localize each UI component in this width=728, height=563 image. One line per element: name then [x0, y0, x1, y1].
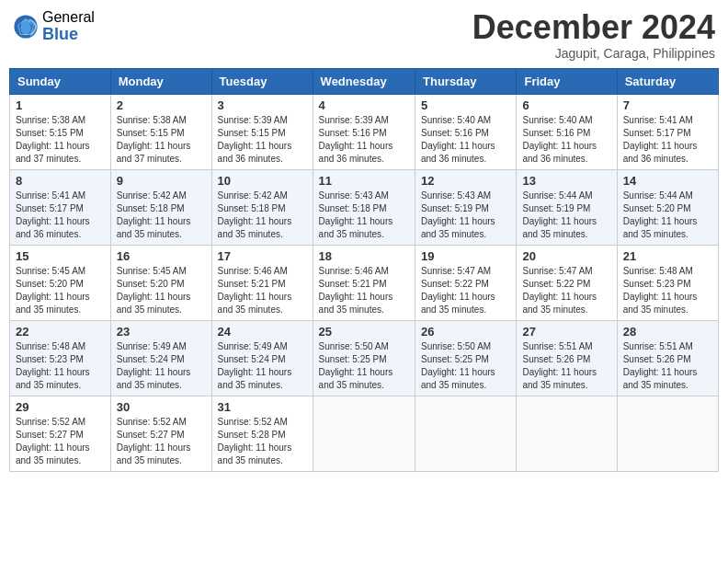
- col-monday: Monday: [110, 68, 211, 94]
- table-row: 12Sunrise: 5:43 AMSunset: 5:19 PMDayligh…: [415, 169, 517, 245]
- table-row: [617, 396, 718, 471]
- day-number: 17: [218, 249, 307, 263]
- day-info: Sunrise: 5:43 AMSunset: 5:18 PMDaylight:…: [319, 190, 409, 241]
- day-number: 28: [623, 325, 712, 339]
- table-row: 9Sunrise: 5:42 AMSunset: 5:18 PMDaylight…: [110, 169, 211, 245]
- logo-blue: Blue: [42, 26, 95, 44]
- logo-text: General Blue: [42, 9, 95, 43]
- title-section: December 2024 Jagupit, Caraga, Philippin…: [472, 9, 715, 61]
- table-row: [313, 396, 415, 471]
- day-number: 15: [16, 249, 105, 263]
- day-info: Sunrise: 5:44 AMSunset: 5:20 PMDaylight:…: [623, 190, 712, 241]
- table-row: 1Sunrise: 5:38 AMSunset: 5:15 PMDaylight…: [10, 94, 111, 169]
- day-number: 6: [522, 98, 610, 112]
- day-number: 22: [16, 325, 105, 339]
- table-row: [517, 396, 617, 471]
- table-row: 28Sunrise: 5:51 AMSunset: 5:26 PMDayligh…: [617, 320, 718, 396]
- day-info: Sunrise: 5:47 AMSunset: 5:22 PMDaylight:…: [522, 265, 610, 316]
- table-row: 13Sunrise: 5:44 AMSunset: 5:19 PMDayligh…: [517, 169, 617, 245]
- day-info: Sunrise: 5:38 AMSunset: 5:15 PMDaylight:…: [16, 114, 105, 166]
- calendar-table: Sunday Monday Tuesday Wednesday Thursday…: [9, 68, 719, 472]
- table-row: 21Sunrise: 5:48 AMSunset: 5:23 PMDayligh…: [617, 245, 718, 320]
- day-number: 27: [522, 325, 610, 339]
- day-number: 21: [623, 249, 712, 263]
- day-number: 30: [117, 400, 206, 414]
- table-row: 23Sunrise: 5:49 AMSunset: 5:24 PMDayligh…: [110, 320, 211, 396]
- col-wednesday: Wednesday: [313, 68, 415, 94]
- month-title: December 2024: [472, 9, 715, 46]
- col-thursday: Thursday: [415, 68, 517, 94]
- day-number: 31: [218, 400, 307, 414]
- logo-general: General: [42, 9, 95, 26]
- day-number: 3: [218, 98, 307, 112]
- day-info: Sunrise: 5:38 AMSunset: 5:15 PMDaylight:…: [117, 114, 206, 166]
- table-row: 31Sunrise: 5:52 AMSunset: 5:28 PMDayligh…: [211, 396, 313, 471]
- day-number: 2: [117, 98, 206, 112]
- day-info: Sunrise: 5:50 AMSunset: 5:25 PMDaylight:…: [319, 340, 409, 392]
- table-row: 26Sunrise: 5:50 AMSunset: 5:25 PMDayligh…: [415, 320, 517, 396]
- table-row: 22Sunrise: 5:48 AMSunset: 5:23 PMDayligh…: [10, 320, 111, 396]
- table-row: 25Sunrise: 5:50 AMSunset: 5:25 PMDayligh…: [313, 320, 415, 396]
- day-number: 13: [522, 174, 610, 188]
- day-info: Sunrise: 5:43 AMSunset: 5:19 PMDaylight:…: [421, 190, 510, 241]
- day-info: Sunrise: 5:47 AMSunset: 5:22 PMDaylight:…: [421, 265, 510, 316]
- day-info: Sunrise: 5:46 AMSunset: 5:21 PMDaylight:…: [319, 265, 409, 316]
- table-row: 5Sunrise: 5:40 AMSunset: 5:16 PMDaylight…: [415, 94, 517, 169]
- logo: General Blue: [13, 9, 95, 43]
- table-row: 18Sunrise: 5:46 AMSunset: 5:21 PMDayligh…: [313, 245, 415, 320]
- day-number: 18: [319, 249, 409, 263]
- table-row: 4Sunrise: 5:39 AMSunset: 5:16 PMDaylight…: [313, 94, 415, 169]
- day-info: Sunrise: 5:42 AMSunset: 5:18 PMDaylight:…: [117, 190, 206, 241]
- day-info: Sunrise: 5:52 AMSunset: 5:28 PMDaylight:…: [218, 416, 307, 467]
- table-row: 20Sunrise: 5:47 AMSunset: 5:22 PMDayligh…: [517, 245, 617, 320]
- day-info: Sunrise: 5:51 AMSunset: 5:26 PMDaylight:…: [522, 340, 610, 392]
- table-row: 8Sunrise: 5:41 AMSunset: 5:17 PMDaylight…: [10, 169, 111, 245]
- day-number: 4: [319, 98, 409, 112]
- col-friday: Friday: [517, 68, 617, 94]
- day-number: 23: [117, 325, 206, 339]
- day-number: 25: [319, 325, 409, 339]
- day-info: Sunrise: 5:50 AMSunset: 5:25 PMDaylight:…: [421, 340, 510, 392]
- calendar-row: 1Sunrise: 5:38 AMSunset: 5:15 PMDaylight…: [10, 94, 719, 169]
- table-row: 19Sunrise: 5:47 AMSunset: 5:22 PMDayligh…: [415, 245, 517, 320]
- day-number: 16: [117, 249, 206, 263]
- calendar-row: 29Sunrise: 5:52 AMSunset: 5:27 PMDayligh…: [10, 396, 719, 471]
- day-info: Sunrise: 5:45 AMSunset: 5:20 PMDaylight:…: [117, 265, 206, 316]
- day-number: 26: [421, 325, 510, 339]
- day-number: 8: [16, 174, 105, 188]
- location-subtitle: Jagupit, Caraga, Philippines: [472, 46, 715, 61]
- day-info: Sunrise: 5:46 AMSunset: 5:21 PMDaylight:…: [218, 265, 307, 316]
- table-row: 15Sunrise: 5:45 AMSunset: 5:20 PMDayligh…: [10, 245, 111, 320]
- calendar-row: 8Sunrise: 5:41 AMSunset: 5:17 PMDaylight…: [10, 169, 719, 245]
- day-info: Sunrise: 5:40 AMSunset: 5:16 PMDaylight:…: [421, 114, 510, 166]
- day-number: 9: [117, 174, 206, 188]
- col-sunday: Sunday: [10, 68, 111, 94]
- day-number: 19: [421, 249, 510, 263]
- page-header: General Blue December 2024 Jagupit, Cara…: [9, 9, 719, 61]
- day-info: Sunrise: 5:39 AMSunset: 5:16 PMDaylight:…: [319, 114, 409, 166]
- header-row: Sunday Monday Tuesday Wednesday Thursday…: [10, 68, 719, 94]
- day-info: Sunrise: 5:52 AMSunset: 5:27 PMDaylight:…: [16, 416, 105, 467]
- day-info: Sunrise: 5:48 AMSunset: 5:23 PMDaylight:…: [16, 340, 105, 392]
- table-row: 24Sunrise: 5:49 AMSunset: 5:24 PMDayligh…: [211, 320, 313, 396]
- day-number: 11: [319, 174, 409, 188]
- table-row: 7Sunrise: 5:41 AMSunset: 5:17 PMDaylight…: [617, 94, 718, 169]
- calendar-row: 15Sunrise: 5:45 AMSunset: 5:20 PMDayligh…: [10, 245, 719, 320]
- table-row: 27Sunrise: 5:51 AMSunset: 5:26 PMDayligh…: [517, 320, 617, 396]
- logo-icon: [13, 14, 39, 40]
- day-info: Sunrise: 5:39 AMSunset: 5:15 PMDaylight:…: [218, 114, 307, 166]
- table-row: 17Sunrise: 5:46 AMSunset: 5:21 PMDayligh…: [211, 245, 313, 320]
- day-info: Sunrise: 5:41 AMSunset: 5:17 PMDaylight:…: [623, 114, 712, 166]
- day-info: Sunrise: 5:42 AMSunset: 5:18 PMDaylight:…: [218, 190, 307, 241]
- table-row: 14Sunrise: 5:44 AMSunset: 5:20 PMDayligh…: [617, 169, 718, 245]
- day-number: 1: [16, 98, 105, 112]
- day-number: 24: [218, 325, 307, 339]
- table-row: 2Sunrise: 5:38 AMSunset: 5:15 PMDaylight…: [110, 94, 211, 169]
- day-number: 5: [421, 98, 510, 112]
- table-row: 10Sunrise: 5:42 AMSunset: 5:18 PMDayligh…: [211, 169, 313, 245]
- day-number: 29: [16, 400, 105, 414]
- table-row: 30Sunrise: 5:52 AMSunset: 5:27 PMDayligh…: [110, 396, 211, 471]
- table-row: 16Sunrise: 5:45 AMSunset: 5:20 PMDayligh…: [110, 245, 211, 320]
- day-number: 10: [218, 174, 307, 188]
- day-number: 12: [421, 174, 510, 188]
